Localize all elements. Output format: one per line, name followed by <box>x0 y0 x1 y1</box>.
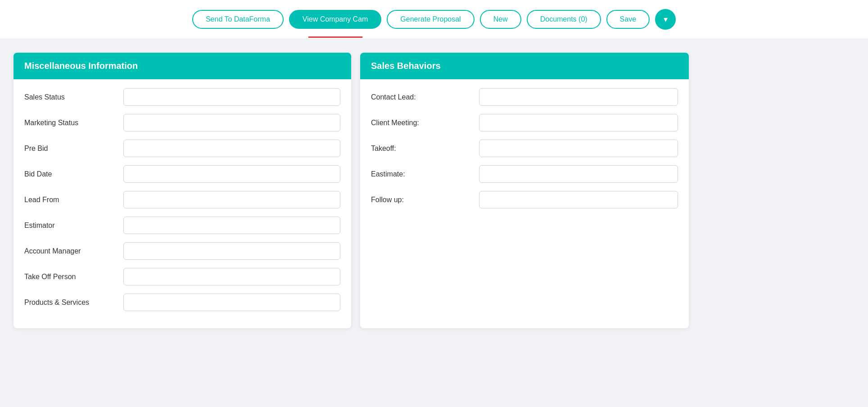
takeoff-input[interactable] <box>479 140 678 157</box>
account-manager-label: Account Manager <box>24 247 114 255</box>
estimator-row: Estimator <box>24 217 340 234</box>
miscellaneous-panel: Miscellaneous Information Sales Status M… <box>14 53 351 328</box>
take-off-person-label: Take Off Person <box>24 273 114 281</box>
generate-proposal-button[interactable]: Generate Proposal <box>387 10 474 29</box>
sales-status-input[interactable] <box>123 88 340 106</box>
documents-button[interactable]: Documents (0) <box>527 10 601 29</box>
miscellaneous-panel-header: Miscellaneous Information <box>14 53 351 79</box>
marketing-status-label: Marketing Status <box>24 119 114 127</box>
contact-lead-input[interactable] <box>479 88 678 106</box>
view-company-cam-button[interactable]: View Company Cam <box>289 10 382 29</box>
contact-lead-label: Contact Lead: <box>371 93 470 101</box>
take-off-person-input[interactable] <box>123 268 340 285</box>
top-navigation: Send To DataForma View Company Cam Gener… <box>0 0 868 39</box>
sales-status-row: Sales Status <box>24 88 340 106</box>
account-manager-row: Account Manager <box>24 242 340 260</box>
estimator-label: Estimator <box>24 222 114 230</box>
marketing-status-row: Marketing Status <box>24 114 340 131</box>
bid-date-input[interactable] <box>123 165 340 183</box>
marketing-status-input[interactable] <box>123 114 340 131</box>
bid-date-row: Bid Date <box>24 165 340 183</box>
client-meeting-row: Client Meeting: <box>371 114 678 131</box>
takeoff-row: Takeoff: <box>371 140 678 157</box>
sales-behaviors-panel-header: Sales Behaviors <box>360 53 689 79</box>
follow-up-row: Follow up: <box>371 191 678 208</box>
miscellaneous-panel-body: Sales Status Marketing Status Pre Bid Bi… <box>14 79 351 328</box>
lead-from-input[interactable] <box>123 191 340 208</box>
products-services-row: Products & Services <box>24 294 340 311</box>
dropdown-button[interactable]: ▾ <box>655 9 676 30</box>
miscellaneous-panel-title: Miscellaneous Information <box>24 61 138 71</box>
products-services-label: Products & Services <box>24 298 114 307</box>
pre-bid-row: Pre Bid <box>24 140 340 157</box>
estimator-input[interactable] <box>123 217 340 234</box>
pre-bid-input[interactable] <box>123 140 340 157</box>
eastimate-row: Eastimate: <box>371 165 678 183</box>
sales-behaviors-panel: Sales Behaviors Contact Lead: Client Mee… <box>360 53 689 328</box>
eastimate-input[interactable] <box>479 165 678 183</box>
lead-from-row: Lead From <box>24 191 340 208</box>
new-button[interactable]: New <box>480 10 521 29</box>
send-to-dataforma-button[interactable]: Send To DataForma <box>192 10 284 29</box>
products-services-input[interactable] <box>123 294 340 311</box>
bid-date-label: Bid Date <box>24 170 114 178</box>
lead-from-label: Lead From <box>24 196 114 204</box>
follow-up-input[interactable] <box>479 191 678 208</box>
client-meeting-label: Client Meeting: <box>371 119 470 127</box>
main-content: Miscellaneous Information Sales Status M… <box>0 44 868 337</box>
client-meeting-input[interactable] <box>479 114 678 131</box>
contact-lead-row: Contact Lead: <box>371 88 678 106</box>
takeoff-label: Takeoff: <box>371 145 470 153</box>
save-button[interactable]: Save <box>606 10 650 29</box>
sales-status-label: Sales Status <box>24 93 114 101</box>
follow-up-label: Follow up: <box>371 196 470 204</box>
sales-behaviors-panel-body: Contact Lead: Client Meeting: Takeoff: E… <box>360 79 689 226</box>
pre-bid-label: Pre Bid <box>24 145 114 153</box>
sales-behaviors-panel-title: Sales Behaviors <box>371 61 441 71</box>
eastimate-label: Eastimate: <box>371 170 470 178</box>
take-off-person-row: Take Off Person <box>24 268 340 285</box>
account-manager-input[interactable] <box>123 242 340 260</box>
